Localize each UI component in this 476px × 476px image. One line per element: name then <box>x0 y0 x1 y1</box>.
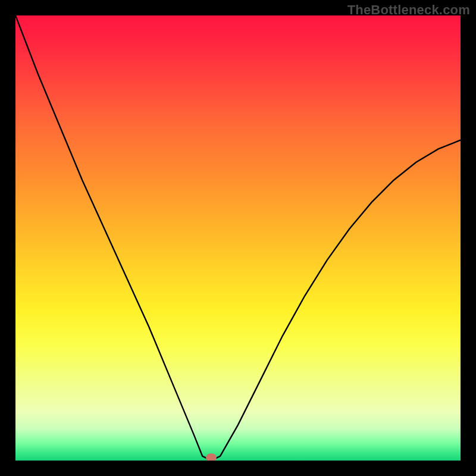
curve-path <box>15 15 461 461</box>
optimal-point-marker <box>206 453 217 461</box>
watermark-text: TheBottleneck.com <box>347 2 470 18</box>
bottleneck-curve <box>15 15 461 461</box>
chart-frame: TheBottleneck.com <box>0 0 476 476</box>
plot-area <box>15 15 461 461</box>
